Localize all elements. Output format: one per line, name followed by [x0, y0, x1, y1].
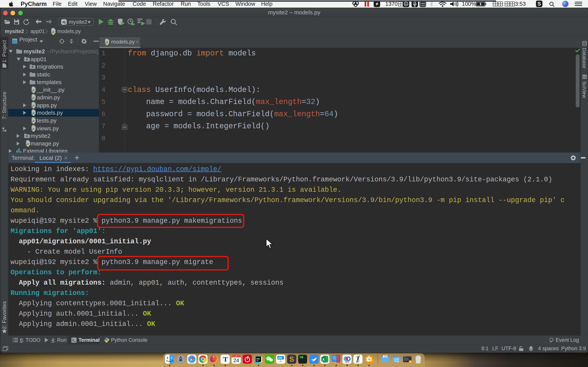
svg-text:S: S: [289, 355, 294, 363]
svg-text:PC: PC: [257, 358, 260, 360]
svg-text:$: $: [299, 356, 301, 359]
svg-text:X: X: [322, 358, 325, 362]
svg-text:T: T: [223, 356, 228, 363]
svg-text:S: S: [409, 360, 411, 363]
svg-text:24: 24: [233, 358, 239, 363]
svg-text:11: 11: [235, 355, 237, 357]
